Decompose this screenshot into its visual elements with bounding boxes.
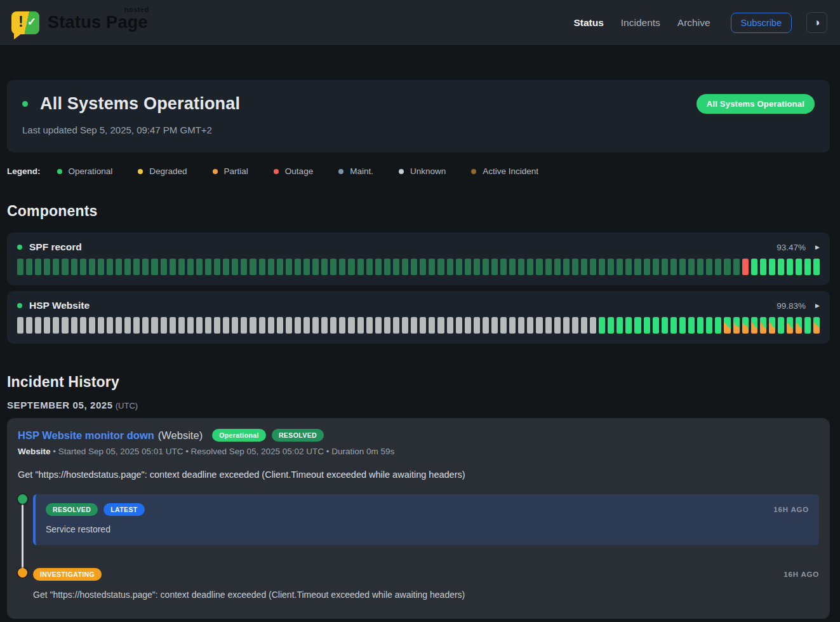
uptime-bar-operational_muted[interactable]: [447, 259, 453, 275]
uptime-bar-operational_muted[interactable]: [205, 259, 211, 275]
uptime-bar-partial_mixed[interactable]: [769, 317, 775, 334]
uptime-bar-operational_muted[interactable]: [339, 259, 345, 275]
uptime-bar-no_data[interactable]: [187, 317, 194, 334]
uptime-bar-no_data[interactable]: [205, 317, 211, 334]
uptime-bar-operational_muted[interactable]: [384, 259, 390, 275]
uptime-bar-no_data[interactable]: [241, 317, 247, 334]
uptime-bar-operational_muted[interactable]: [89, 259, 95, 275]
uptime-bar-operational_muted[interactable]: [608, 259, 614, 275]
uptime-bar-operational_muted[interactable]: [286, 259, 292, 275]
uptime-bar-operational_muted[interactable]: [572, 259, 578, 275]
uptime-bar-operational_muted[interactable]: [581, 259, 587, 275]
uptime-bar-operational_muted[interactable]: [670, 259, 677, 275]
uptime-bar-operational_muted[interactable]: [733, 259, 740, 275]
uptime-bar-operational_muted[interactable]: [17, 259, 23, 275]
uptime-bar-no_data[interactable]: [286, 317, 292, 334]
uptime-bar-operational_muted[interactable]: [151, 259, 157, 275]
uptime-bar-operational_muted[interactable]: [688, 259, 695, 275]
uptime-bar-outage[interactable]: [742, 259, 749, 275]
uptime-bar-operational_muted[interactable]: [599, 259, 605, 275]
uptime-bar-no_data[interactable]: [348, 317, 354, 334]
uptime-bar-operational_muted[interactable]: [268, 259, 274, 275]
uptime-bar-no_data[interactable]: [161, 317, 167, 334]
uptime-bar-no_data[interactable]: [402, 317, 408, 334]
uptime-bar-operational_muted[interactable]: [554, 259, 561, 275]
expand-arrow-icon[interactable]: ▶: [815, 244, 820, 250]
uptime-bar-no_data[interactable]: [277, 317, 283, 334]
uptime-bar-no_data[interactable]: [259, 317, 265, 334]
uptime-bar-operational_muted[interactable]: [644, 259, 650, 275]
uptime-bar-operational_bright[interactable]: [608, 317, 614, 334]
uptime-bar-operational_muted[interactable]: [679, 259, 686, 275]
uptime-bar-no_data[interactable]: [527, 317, 533, 334]
uptime-bar-no_data[interactable]: [124, 317, 131, 334]
uptime-bar-no_data[interactable]: [196, 317, 203, 334]
uptime-bar-operational_bright[interactable]: [697, 317, 703, 334]
uptime-bar-no_data[interactable]: [447, 317, 453, 334]
uptime-bar-no_data[interactable]: [411, 317, 417, 334]
uptime-bar-no_data[interactable]: [536, 317, 542, 334]
uptime-bar-operational_bright[interactable]: [804, 259, 811, 275]
uptime-bar-no_data[interactable]: [303, 317, 310, 334]
uptime-bar-no_data[interactable]: [268, 317, 274, 334]
uptime-bar-operational_muted[interactable]: [500, 259, 507, 275]
uptime-bar-no_data[interactable]: [554, 317, 561, 334]
uptime-bar-operational_muted[interactable]: [366, 259, 373, 275]
uptime-bar-operational_muted[interactable]: [509, 259, 516, 275]
uptime-bar-operational_muted[interactable]: [456, 259, 462, 275]
uptime-bar-operational_bright[interactable]: [796, 259, 802, 275]
uptime-bar-operational_muted[interactable]: [71, 259, 77, 275]
uptime-bar-operational_muted[interactable]: [196, 259, 203, 275]
theme-toggle-button[interactable]: ◑: [806, 12, 827, 33]
uptime-bar-operational_muted[interactable]: [402, 259, 408, 275]
uptime-bar-no_data[interactable]: [375, 317, 382, 334]
uptime-bar-operational_muted[interactable]: [662, 259, 668, 275]
uptime-bar-no_data[interactable]: [509, 317, 516, 334]
uptime-bar-operational_bright[interactable]: [787, 259, 793, 275]
uptime-bar-operational_bright[interactable]: [617, 317, 623, 334]
uptime-bar-no_data[interactable]: [98, 317, 104, 334]
nav-link-status[interactable]: Status: [573, 17, 603, 29]
uptime-bar-no_data[interactable]: [429, 317, 435, 334]
uptime-bar-operational_muted[interactable]: [295, 259, 301, 275]
uptime-bar-no_data[interactable]: [170, 317, 176, 334]
expand-arrow-icon[interactable]: ▶: [815, 302, 820, 309]
uptime-bar-operational_muted[interactable]: [223, 259, 229, 275]
uptime-bar-operational_muted[interactable]: [518, 259, 524, 275]
uptime-bar-operational_muted[interactable]: [241, 259, 247, 275]
uptime-bar-no_data[interactable]: [62, 317, 68, 334]
uptime-bar-operational_muted[interactable]: [420, 259, 426, 275]
uptime-bar-operational_bright[interactable]: [662, 317, 668, 334]
uptime-bar-no_data[interactable]: [250, 317, 256, 334]
uptime-bar-operational_bright[interactable]: [715, 317, 721, 334]
uptime-bar-operational_bright[interactable]: [653, 317, 659, 334]
uptime-bar-operational_muted[interactable]: [142, 259, 149, 275]
uptime-bar-operational_muted[interactable]: [80, 259, 86, 275]
uptime-bar-operational_muted[interactable]: [715, 259, 721, 275]
uptime-bar-operational_muted[interactable]: [178, 259, 185, 275]
uptime-bar-partial_mixed[interactable]: [733, 317, 740, 334]
uptime-bar-no_data[interactable]: [393, 317, 399, 334]
uptime-bar-operational_muted[interactable]: [321, 259, 328, 275]
uptime-bar-no_data[interactable]: [563, 317, 570, 334]
uptime-bar-no_data[interactable]: [151, 317, 157, 334]
subscribe-button[interactable]: Subscribe: [731, 13, 792, 33]
uptime-bar-no_data[interactable]: [590, 317, 596, 334]
uptime-bar-no_data[interactable]: [295, 317, 301, 334]
uptime-bar-no_data[interactable]: [420, 317, 426, 334]
uptime-bar-operational_muted[interactable]: [161, 259, 167, 275]
uptime-bar-no_data[interactable]: [223, 317, 229, 334]
uptime-bar-operational_muted[interactable]: [232, 259, 238, 275]
uptime-bar-no_data[interactable]: [312, 317, 319, 334]
uptime-bar-no_data[interactable]: [465, 317, 471, 334]
uptime-bar-partial_mixed[interactable]: [813, 317, 820, 334]
uptime-bar-operational_muted[interactable]: [124, 259, 131, 275]
uptime-bar-no_data[interactable]: [500, 317, 507, 334]
uptime-bar-operational_muted[interactable]: [465, 259, 471, 275]
uptime-bar-no_data[interactable]: [133, 317, 140, 334]
uptime-bar-operational_bright[interactable]: [760, 259, 766, 275]
uptime-bar-no_data[interactable]: [357, 317, 364, 334]
uptime-bar-no_data[interactable]: [491, 317, 498, 334]
uptime-bar-partial_mixed[interactable]: [742, 317, 749, 334]
uptime-bar-operational_muted[interactable]: [62, 259, 68, 275]
